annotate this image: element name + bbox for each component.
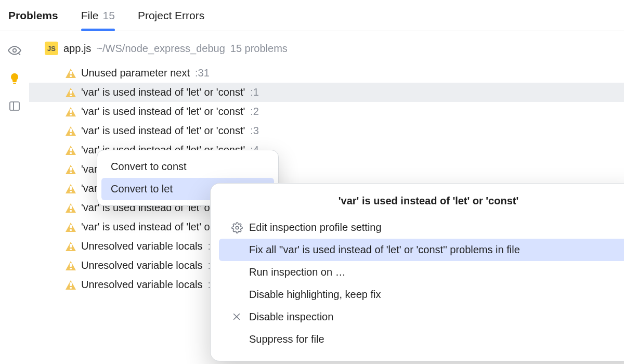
svg-rect-1 [13,83,16,84]
warning-icon [66,261,76,270]
quickfix-label: Convert to let [111,183,173,194]
issue-text: 'var' is used instead of 'let' or 'const… [81,125,245,137]
warning-icon [66,146,76,155]
file-problem-count: 15 problems [230,43,288,55]
issue-location: :3 [250,125,259,137]
issue-row[interactable]: Unused parameter next :31 [29,63,624,83]
warning-icon [66,107,76,116]
inspection-action[interactable]: Fix all ''var' is used instead of 'let' … [219,239,624,261]
file-header[interactable]: JS app.js ~/WS/node_express_debug 15 pro… [29,40,624,63]
issue-location: :1 [250,86,259,98]
issue-text: Unused parameter next [81,67,190,79]
quickfix-item[interactable]: Convert to const [97,155,278,178]
warning-icon [66,126,76,136]
gutter [0,31,29,364]
inspection-action[interactable]: Edit inspection profile setting [211,216,624,239]
js-file-icon: JS [45,42,58,55]
tab-label: Project Errors [138,9,204,22]
issue-row[interactable]: 'var' is used instead of 'let' or 'const… [29,121,624,140]
eye-icon[interactable] [8,44,21,60]
inspection-action-label: Disable inspection [249,311,333,323]
inspection-action[interactable]: Run inspection on … [211,261,624,283]
issue-text: 'var' is used instead of 'let' or 'const… [81,86,245,98]
svg-point-4 [236,226,239,229]
issue-text: Unresolved variable locals [81,279,202,291]
inspection-action-label: Disable highlighting, keep fix [249,289,381,301]
inspection-action-label: Run inspection on … [249,266,346,278]
issue-row[interactable]: 'var' is used instead of 'let' or 'const… [29,102,624,121]
inspection-popup: 'var' is used instead of 'let' or 'const… [210,183,624,361]
issue-location: :31 [195,67,210,79]
inspection-action[interactable]: Disable highlighting, keep fix [211,283,624,306]
warning-icon [66,165,76,174]
tab-problems[interactable]: Problems [8,0,58,31]
warning-icon [66,69,76,78]
tab-label: Problems [8,9,58,22]
issue-text: 'var' is used instead of 'let' or 'const… [81,106,245,118]
svg-point-0 [13,49,17,53]
quickfix-label: Convert to const [111,161,187,172]
inspection-action-label: Suppress for file [249,333,324,345]
tab-file[interactable]: File 15 [81,0,115,31]
content: JS app.js ~/WS/node_express_debug 15 pro… [29,31,624,364]
bulb-icon[interactable] [8,72,21,87]
file-name: app.js [63,43,91,55]
inspection-action-label: Fix all ''var' is used instead of 'let' … [249,244,520,256]
tabbar: Problems File 15 Project Errors [0,0,624,31]
issue-location: :2 [250,106,259,118]
file-path: ~/WS/node_express_debug [96,43,225,55]
panel-icon[interactable] [8,100,21,115]
inspection-action-label: Edit inspection profile setting [249,222,382,233]
issue-text: Unresolved variable locals [81,240,202,252]
tab-count: 15 [103,9,115,22]
close-icon [231,311,243,323]
svg-rect-2 [10,102,19,110]
warning-icon [66,223,76,232]
inspection-action[interactable]: Suppress for file [211,328,624,350]
issue-text: Unresolved variable locals [81,259,202,271]
warning-icon [66,203,76,213]
warning-icon [66,280,76,290]
inspection-action[interactable]: Disable inspection [211,306,624,328]
warning-icon [66,88,76,97]
warning-icon [66,242,76,251]
tab-label: File [81,9,99,22]
issue-row[interactable]: 'var' is used instead of 'let' or 'const… [29,83,624,102]
tab-project-errors[interactable]: Project Errors [138,0,204,31]
warning-icon [66,184,76,193]
inspection-title: 'var' is used instead of 'let' or 'const… [211,195,624,207]
gear-icon [231,222,243,233]
